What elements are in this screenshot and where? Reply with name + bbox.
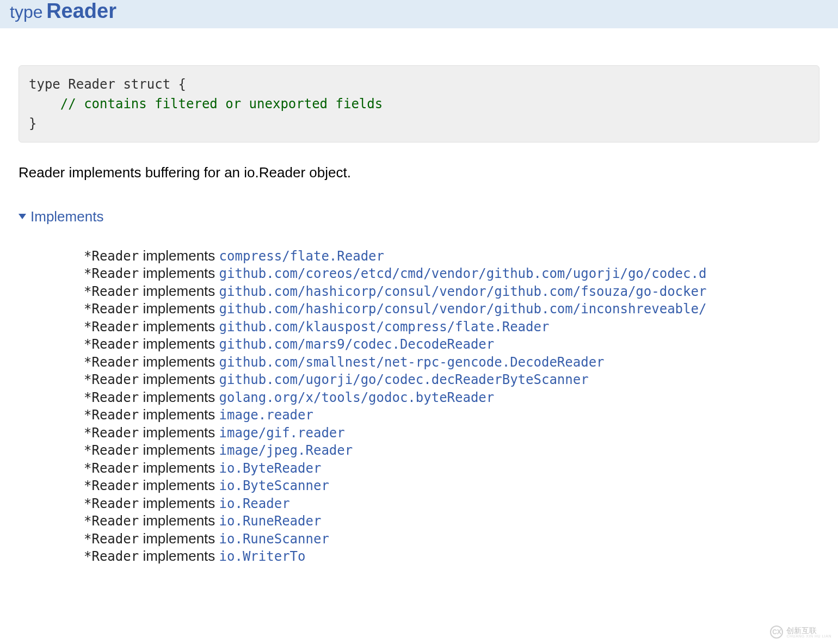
code-line-3: } [29,116,36,131]
implements-row: *Reader implements github.com/mars9/code… [84,335,819,353]
implements-verb: implements [139,318,219,335]
implements-link[interactable]: io.WriterTo [219,549,306,564]
implements-type-prefix: *Reader [84,513,139,529]
implements-verb: implements [139,548,219,564]
type-keyword: type [10,2,42,22]
implements-row: *Reader implements image.reader [84,406,819,424]
implements-type-prefix: *Reader [84,461,139,476]
implements-type-prefix: *Reader [84,266,139,281]
implements-type-prefix: *Reader [84,390,139,405]
implements-row: *Reader implements image/jpeg.Reader [84,441,819,459]
implements-type-prefix: *Reader [84,249,139,264]
type-header: type Reader [0,0,838,28]
implements-verb: implements [139,460,219,476]
implements-type-prefix: *Reader [84,407,139,423]
implements-row: *Reader implements golang.org/x/tools/go… [84,388,819,406]
implements-verb: implements [139,512,219,529]
implements-link[interactable]: github.com/hashicorp/consul/vendor/githu… [219,284,707,299]
implements-list: *Reader implements compress/flate.Reader… [19,247,819,565]
implements-verb: implements [139,530,219,547]
implements-type-prefix: *Reader [84,443,139,458]
implements-row: *Reader implements github.com/ugorji/go/… [84,370,819,388]
implements-label: Implements [30,208,103,225]
implements-verb: implements [139,442,219,458]
type-name: Reader [46,0,116,22]
implements-verb: implements [139,283,219,299]
implements-verb: implements [139,265,219,281]
implements-link[interactable]: io.ByteScanner [219,478,329,493]
implements-type-prefix: *Reader [84,337,139,352]
implements-type-prefix: *Reader [84,319,139,335]
implements-link[interactable]: io.Reader [219,496,290,511]
implements-link[interactable]: github.com/hashicorp/consul/vendor/githu… [219,301,707,317]
implements-link[interactable]: golang.org/x/tools/godoc.byteReader [219,390,495,405]
implements-type-prefix: *Reader [84,496,139,511]
implements-row: *Reader implements github.com/hashicorp/… [84,300,819,318]
implements-row: *Reader implements io.Reader [84,494,819,512]
code-line-1: type Reader struct { [29,77,186,92]
implements-verb: implements [139,389,219,405]
implements-row: *Reader implements io.RuneReader [84,512,819,530]
implements-link[interactable]: github.com/ugorji/go/codec.decReaderByte… [219,372,589,387]
implements-link[interactable]: compress/flate.Reader [219,249,384,264]
implements-row: *Reader implements compress/flate.Reader [84,247,819,265]
implements-type-prefix: *Reader [84,478,139,493]
implements-row: *Reader implements github.com/smallnest/… [84,353,819,371]
implements-link[interactable]: image.reader [219,407,313,423]
implements-type-prefix: *Reader [84,531,139,547]
implements-type-prefix: *Reader [84,425,139,441]
code-comment: // contains filtered or unexported field… [60,96,383,112]
content-area: type Reader struct { // contains filtere… [0,65,838,587]
implements-link[interactable]: image/jpeg.Reader [219,443,353,458]
implements-row: *Reader implements image/gif.reader [84,424,819,442]
implements-verb: implements [139,406,219,423]
type-description: Reader implements buffering for an io.Re… [19,164,819,181]
implements-link[interactable]: io.RuneReader [219,513,322,529]
implements-type-prefix: *Reader [84,372,139,387]
implements-verb: implements [139,495,219,511]
implements-link[interactable]: image/gif.reader [219,425,345,441]
implements-row: *Reader implements io.WriterTo [84,547,819,565]
implements-verb: implements [139,424,219,441]
implements-verb: implements [139,300,219,317]
implements-row: *Reader implements github.com/coreos/etc… [84,264,819,282]
code-block: type Reader struct { // contains filtere… [19,65,819,143]
implements-link[interactable]: github.com/smallnest/net-rpc-gencode.Dec… [219,355,605,370]
implements-type-prefix: *Reader [84,355,139,370]
implements-row: *Reader implements github.com/hashicorp/… [84,282,819,300]
implements-type-prefix: *Reader [84,301,139,317]
implements-link[interactable]: io.ByteReader [219,461,322,476]
implements-verb: implements [139,336,219,352]
implements-toggle[interactable]: Implements [19,208,103,225]
implements-verb: implements [139,477,219,493]
implements-verb: implements [139,354,219,370]
implements-link[interactable]: github.com/mars9/codec.DecodeReader [219,337,495,352]
implements-link[interactable]: io.RuneScanner [219,531,329,547]
implements-link[interactable]: github.com/coreos/etcd/cmd/vendor/github… [219,266,707,281]
implements-verb: implements [139,371,219,387]
implements-type-prefix: *Reader [84,284,139,299]
implements-link[interactable]: github.com/klauspost/compress/flate.Read… [219,319,550,335]
implements-type-prefix: *Reader [84,549,139,564]
implements-verb: implements [139,247,219,264]
implements-row: *Reader implements github.com/klauspost/… [84,318,819,336]
triangle-down-icon [19,214,26,219]
implements-row: *Reader implements io.ByteScanner [84,476,819,494]
implements-row: *Reader implements io.RuneScanner [84,530,819,548]
implements-row: *Reader implements io.ByteReader [84,459,819,477]
